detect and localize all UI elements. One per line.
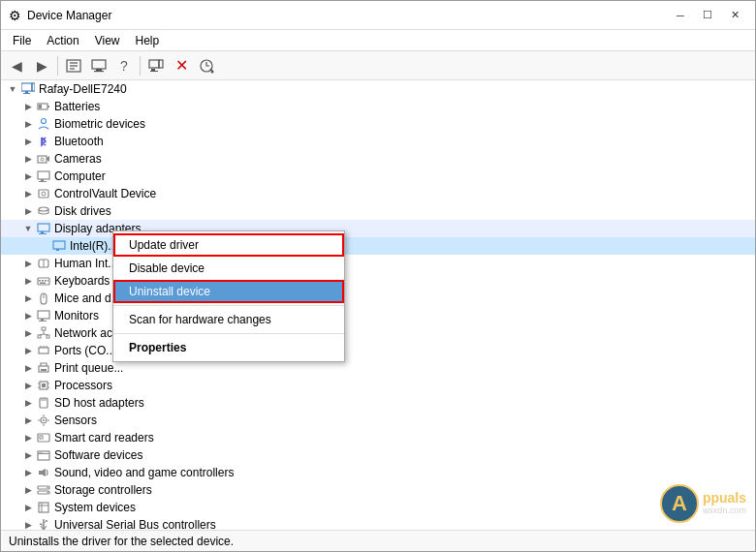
toggle-storage[interactable]: ▶ — [20, 482, 36, 498]
toggle-controlvault[interactable]: ▶ — [20, 186, 36, 201]
svg-rect-25 — [41, 179, 44, 181]
properties-button[interactable] — [62, 54, 85, 77]
toggle-sensors[interactable]: ▶ — [20, 413, 36, 428]
toggle-processors[interactable]: ▶ — [20, 378, 36, 393]
tree-item-usb[interactable]: ▶ Universal Serial Bus controllers — [1, 516, 755, 530]
tree-item-sdhost[interactable]: ▶ SD host adapters — [1, 394, 755, 412]
ctx-update-label: Update driver — [129, 238, 199, 252]
icon-batteries — [36, 99, 51, 114]
tree-item-root[interactable]: ▼ Rafay-DellE7240 — [1, 80, 755, 98]
main-area: ▼ Rafay-DellE7240 ▶ Batteries ▶ Biometri… — [1, 80, 755, 530]
ctx-uninstall-device[interactable]: Uninstall device — [113, 280, 344, 303]
toggle-system[interactable]: ▶ — [20, 500, 36, 515]
remove-button[interactable]: ✕ — [170, 54, 193, 77]
tree-item-sensors[interactable]: ▶ Sensors — [1, 412, 755, 429]
toggle-displayadapters[interactable]: ▼ — [20, 221, 36, 236]
svg-line-52 — [44, 334, 48, 335]
label-processors: Processors — [54, 379, 112, 392]
tree-item-computer[interactable]: ▶ Computer — [1, 168, 755, 185]
toggle-keyboards[interactable]: ▶ — [20, 273, 36, 289]
tree-item-software[interactable]: ▶ Software devices — [1, 446, 755, 464]
tree-item-batteries[interactable]: ▶ Batteries — [1, 98, 755, 115]
icon-monitors — [36, 308, 51, 323]
help-button[interactable]: ? — [112, 54, 136, 77]
menu-help[interactable]: Help — [128, 32, 168, 49]
label-root: Rafay-DellE7240 — [39, 82, 127, 96]
forward-button[interactable]: ▶ — [30, 54, 53, 77]
icon-controlvault — [36, 186, 51, 201]
toggle-batteries[interactable]: ▶ — [20, 99, 36, 114]
svg-rect-26 — [39, 181, 47, 182]
toggle-smartcard[interactable]: ▶ — [20, 430, 36, 445]
icon-storage — [36, 482, 51, 498]
minimize-button[interactable]: ─ — [668, 6, 693, 25]
svg-rect-21 — [38, 156, 47, 163]
toggle-bluetooth[interactable]: ▶ — [20, 134, 36, 149]
svg-rect-8 — [159, 60, 163, 68]
svg-point-28 — [42, 192, 46, 196]
tree-item-bluetooth[interactable]: ▶ Bluetooth — [1, 133, 755, 150]
icon-printqueues — [36, 360, 51, 376]
svg-rect-7 — [149, 60, 159, 68]
close-button[interactable]: ✕ — [722, 6, 747, 25]
tree-item-controlvault[interactable]: ▶ ControlVault Device — [1, 185, 755, 202]
toolbar-separator-2 — [140, 56, 141, 76]
toggle-diskdrives[interactable]: ▶ — [20, 203, 36, 219]
context-menu: Update driver Disable device Uninstall d… — [112, 230, 345, 362]
ctx-disable-device[interactable]: Disable device — [113, 257, 344, 280]
svg-point-86 — [47, 492, 48, 494]
tree-item-system[interactable]: ▶ System devices — [1, 499, 755, 516]
toggle-computer[interactable]: ▶ — [20, 169, 36, 184]
icon-cameras — [36, 151, 51, 167]
svg-rect-19 — [39, 105, 42, 108]
toggle-sdhost[interactable]: ▶ — [20, 395, 36, 411]
toggle-sound[interactable]: ▶ — [20, 465, 36, 480]
toggle-biometric[interactable]: ▶ — [20, 116, 36, 132]
ctx-disable-label: Disable device — [129, 261, 205, 275]
tree-item-cameras[interactable]: ▶ Cameras — [1, 150, 755, 168]
tree-item-biometric[interactable]: ▶ Biometric devices — [1, 115, 755, 133]
toggle-mice[interactable]: ▶ — [20, 291, 36, 306]
svg-rect-10 — [150, 71, 158, 72]
label-cameras: Cameras — [54, 152, 102, 166]
toggle-root[interactable]: ▼ — [5, 81, 20, 97]
menu-action[interactable]: Action — [39, 32, 86, 49]
ctx-scan-label: Scan for hardware changes — [129, 313, 271, 326]
scan-button[interactable] — [195, 54, 218, 77]
label-ports: Ports (CO... — [54, 344, 115, 357]
maximize-button[interactable]: ☐ — [695, 6, 720, 25]
tree-panel[interactable]: ▼ Rafay-DellE7240 ▶ Batteries ▶ Biometri… — [1, 80, 755, 530]
tree-item-diskdrives[interactable]: ▶ Disk drives — [1, 202, 755, 220]
svg-rect-94 — [40, 524, 42, 526]
status-bar: Uninstalls the driver for the selected d… — [1, 530, 755, 551]
tree-item-sound[interactable]: ▶ Sound, video and game controllers — [1, 464, 755, 481]
svg-rect-13 — [21, 83, 32, 91]
svg-rect-9 — [151, 69, 155, 71]
monitor-button[interactable] — [144, 54, 168, 77]
toggle-software[interactable]: ▶ — [20, 447, 36, 463]
svg-rect-87 — [39, 503, 48, 512]
back-button[interactable]: ◀ — [5, 54, 28, 77]
tree-item-storage[interactable]: ▶ Storage controllers — [1, 481, 755, 499]
icon-sdhost — [36, 395, 51, 411]
ctx-update-driver[interactable]: Update driver — [113, 233, 344, 257]
svg-point-23 — [41, 158, 44, 161]
computer-button[interactable] — [87, 54, 110, 77]
label-smartcard: Smart card readers — [54, 431, 154, 445]
toggle-hid[interactable]: ▶ — [20, 256, 36, 271]
tree-item-processors[interactable]: ▶ Processors — [1, 377, 755, 394]
tree-item-smartcard[interactable]: ▶ Smart card readers — [1, 429, 755, 446]
ctx-properties[interactable]: Properties — [113, 336, 344, 359]
menu-view[interactable]: View — [87, 32, 128, 49]
toggle-monitors[interactable]: ▶ — [20, 308, 36, 323]
menu-file[interactable]: File — [5, 32, 39, 49]
toggle-ports[interactable]: ▶ — [20, 343, 36, 358]
toggle-network[interactable]: ▶ — [20, 325, 36, 341]
ctx-scan-hardware[interactable]: Scan for hardware changes — [113, 308, 344, 331]
toggle-usb[interactable]: ▶ — [20, 517, 36, 530]
toggle-printqueues[interactable]: ▶ — [20, 360, 36, 376]
toggle-cameras[interactable]: ▶ — [20, 151, 36, 167]
toolbar: ◀ ▶ ? ✕ — [1, 51, 755, 80]
svg-rect-32 — [39, 233, 47, 234]
label-software: Software devices — [54, 448, 142, 462]
